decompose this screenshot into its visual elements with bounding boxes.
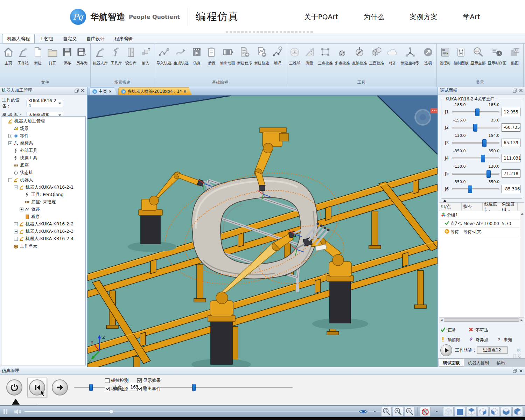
tree-item-轨迹[interactable]: +轨迹 [1, 206, 85, 213]
header-nav-item-2[interactable]: 案例方案 [410, 12, 438, 22]
tree-item-零件[interactable]: +零件 [1, 132, 85, 140]
tree-expander-icon[interactable]: + [14, 230, 18, 233]
ribbon-button-控制面板[interactable]: 控制面板 [453, 45, 470, 67]
joint-slider-J4[interactable] [452, 158, 499, 159]
ribbon-button-输出动画[interactable]: 输出动画 [219, 45, 236, 67]
scroll-left-icon[interactable]: ◄ [439, 318, 443, 322]
tree-item-坐标系[interactable]: +坐标系 [1, 140, 85, 147]
ribbon-button-新建[interactable]: 新建 [30, 45, 45, 67]
tree-item-工具: PenQiang[interactable]: 工具: PenQiang [1, 191, 85, 198]
timeline-slider[interactable] [160, 384, 293, 391]
header-nav-item-0[interactable]: 关于PQArt [304, 12, 338, 22]
ribbon-button-输入[interactable]: 输入 [138, 45, 153, 67]
table-header-0[interactable]: 组/点 [439, 203, 462, 211]
tree-item-程序[interactable]: 程序 [1, 213, 85, 220]
view-front-icon[interactable] [455, 407, 465, 416]
checkbox-场景还原[interactable]: 场景还原 [105, 386, 128, 392]
ribbon-button-显示时序图[interactable]: 显示时序图 [486, 45, 507, 67]
ribbon-button-新建程序[interactable]: 新建程序 [236, 45, 253, 67]
zoom-rotate-icon[interactable]: R [404, 407, 415, 416]
table-header-3[interactable]: 角速度(d... [500, 203, 518, 211]
tree-expander-icon[interactable]: - [8, 178, 12, 182]
zoom-window-icon[interactable] [393, 407, 403, 416]
device-select[interactable]: KUKA-KR16-2-4 [27, 100, 63, 107]
view-left-icon[interactable] [512, 407, 523, 416]
joint-slider-J1[interactable] [452, 111, 499, 113]
ribbon-tab-1[interactable]: 工艺包 [35, 34, 58, 43]
table-vscrollbar[interactable] [520, 211, 524, 317]
checkbox-输出事件[interactable]: 输出事件 [137, 386, 161, 392]
joint-slider-thumb[interactable] [486, 170, 491, 178]
joint-value-J5[interactable]: 71.218 [502, 169, 520, 178]
volume-icon[interactable] [14, 408, 21, 415]
ribbon-button-主页[interactable]: 主页 [1, 45, 16, 67]
work-traj-point-button[interactable]: 过渡点12 [477, 346, 507, 354]
ribbon-tab-2[interactable]: 自定义 [58, 34, 82, 43]
ribbon-button-贴图[interactable]: 贴图 [507, 45, 522, 67]
tree-item-机器人:KUKA-KR16-2-2[interactable]: +机器人:KUKA-KR16-2-2 [1, 220, 85, 228]
ribbon-button-后置[interactable]: 后置 [204, 45, 219, 67]
player-pause-icon[interactable] [4, 409, 7, 414]
tree-item-机器人加工管理[interactable]: 机器人加工管理 [1, 118, 85, 125]
ribbon-tab-4[interactable]: 程序编辑 [110, 34, 138, 43]
tree-expander-icon[interactable]: + [14, 222, 18, 226]
hscroll-thumb[interactable] [444, 318, 519, 322]
ribbon-button-选项[interactable]: 选项 [421, 45, 435, 67]
ribbon-button-管理树[interactable]: 管理树 [438, 45, 453, 67]
close-panel-icon[interactable] [519, 369, 523, 373]
joint-slider-thumb[interactable] [468, 186, 472, 193]
view-back-icon[interactable] [489, 407, 500, 416]
debug-tab-2[interactable]: 输出 [493, 359, 509, 367]
view-right-icon[interactable] [478, 407, 488, 416]
ribbon-button-保存[interactable]: 保存 [60, 45, 75, 67]
ribbon-button-点轴校准[interactable]: 点轴校准 [351, 45, 368, 67]
tree-item-底座[interactable]: 底座 [1, 162, 85, 169]
ribbon-button-打开[interactable]: 打开 [45, 45, 60, 67]
joint-slider-thumb[interactable] [473, 124, 477, 132]
float-panel-icon[interactable] [74, 88, 79, 93]
view-iso-icon[interactable] [443, 407, 454, 416]
close-tab-icon[interactable]: ✖ [109, 90, 112, 93]
joint-slider-J2[interactable] [452, 127, 499, 128]
joint-value-J1[interactable]: 12.955 [502, 108, 520, 116]
tree-item-机器人[interactable]: -机器人 [1, 176, 85, 184]
tree-expander-icon[interactable]: + [8, 141, 12, 145]
tree-item-快换工具[interactable]: 快换工具 [1, 154, 85, 162]
collapse-sim-arrow[interactable] [12, 399, 20, 405]
ribbon-button-工具库[interactable]: 工具库 [109, 45, 124, 67]
ribbon-button-设备库[interactable]: 设备库 [124, 45, 138, 67]
ribbon-button-三维球[interactable]: 三维球 [287, 45, 302, 67]
joint-slider-thumb[interactable] [482, 139, 486, 147]
float-panel-icon[interactable] [512, 88, 517, 93]
ribbon-button-仿真[interactable]: 仿真 [189, 45, 204, 67]
checkbox-碰撞检测[interactable]: 碰撞检测 [105, 378, 128, 384]
notification-badge[interactable] [430, 108, 438, 113]
zoom-fit-icon[interactable] [381, 407, 392, 416]
player-progress-handle[interactable] [110, 410, 113, 413]
joint-value-J4[interactable]: 111.031 [502, 154, 520, 162]
speed-slider[interactable] [74, 384, 106, 391]
close-tab-icon[interactable]: ✖ [183, 90, 186, 93]
ribbon-button-另存为[interactable]: 另存为 [75, 45, 89, 67]
ribbon-button-工作站[interactable]: 工作站 [16, 45, 30, 67]
table-hscrollbar[interactable]: ◄ ► [439, 317, 524, 322]
joint-value-J3[interactable]: 65.139 [502, 139, 520, 147]
ribbon-button-测量[interactable]: 测量 [302, 45, 317, 67]
ribbon-button-编译[interactable]: 编译 [270, 45, 285, 67]
table-row-2[interactable]: 等待等待<[支... [439, 228, 524, 236]
tree-expander-icon[interactable]: + [20, 208, 23, 211]
ribbon-button-多点校准[interactable]: 多点校准 [334, 45, 351, 67]
no-section-icon[interactable] [420, 407, 430, 416]
ribbon-button-机器人库[interactable]: 机器人库 [92, 45, 109, 67]
joint-slider-thumb[interactable] [481, 155, 485, 162]
tree-expander-icon[interactable]: + [14, 237, 18, 241]
speed-slider-thumb[interactable] [89, 384, 93, 391]
tree-item-外部工具[interactable]: 外部工具 [1, 147, 85, 154]
ribbon-button-新建坐标系[interactable]: 新建坐标系 [400, 45, 421, 67]
table-row-0[interactable]: 分组1 [439, 211, 524, 219]
table-header-1[interactable]: 指令 [462, 203, 483, 211]
float-panel-icon[interactable] [512, 369, 517, 373]
debug-tab-1[interactable]: 机器人控制 [464, 359, 493, 367]
ribbon-tab-3[interactable]: 自由设计 [82, 34, 110, 43]
timeline-slider-thumb[interactable] [192, 384, 196, 391]
